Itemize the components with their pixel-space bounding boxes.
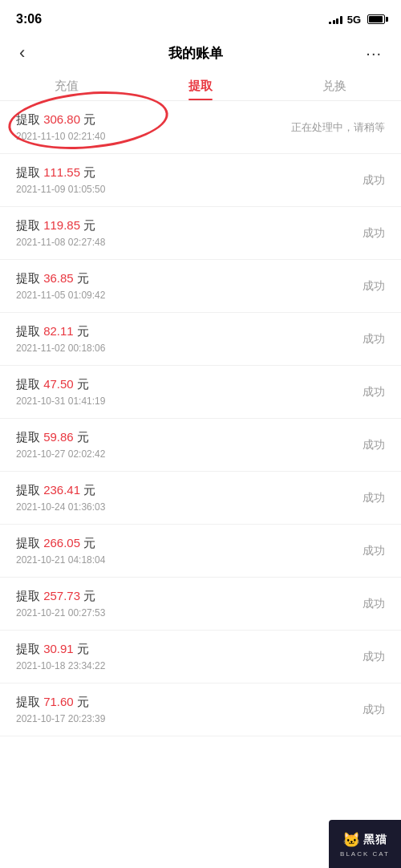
transaction-status: 成功 bbox=[363, 226, 385, 241]
transaction-status: 成功 bbox=[363, 703, 385, 717]
transaction-title: 提取 36.85 元 bbox=[16, 271, 105, 286]
transaction-left: 提取 111.55 元2021-11-09 01:05:50 bbox=[16, 165, 105, 195]
transaction-status: 成功 bbox=[363, 279, 385, 294]
transaction-status: 成功 bbox=[363, 385, 385, 400]
signal-icon bbox=[329, 14, 342, 24]
transaction-left: 提取 71.60 元2021-10-17 20:23:39 bbox=[16, 695, 105, 724]
status-icons: 5G bbox=[329, 14, 385, 26]
transaction-status: 成功 bbox=[363, 332, 385, 347]
transaction-date: 2021-11-05 01:09:42 bbox=[16, 290, 105, 301]
cat-icon: 🐱 bbox=[342, 831, 360, 849]
black-cat-watermark: 🐱 黑猫 BLACK CAT bbox=[329, 820, 401, 868]
transaction-status: 成功 bbox=[363, 438, 385, 452]
transaction-left: 提取 59.86 元2021-10-27 02:02:42 bbox=[16, 430, 105, 460]
transaction-status: 成功 bbox=[363, 650, 385, 664]
transaction-item[interactable]: 提取 111.55 元2021-11-09 01:05:50成功 bbox=[0, 154, 401, 207]
transaction-left: 提取 266.05 元2021-10-21 04:18:04 bbox=[16, 536, 105, 566]
transaction-left: 提取 47.50 元2021-10-31 01:41:19 bbox=[16, 377, 105, 407]
transaction-date: 2021-11-08 02:27:48 bbox=[16, 237, 105, 248]
tab-recharge[interactable]: 充值 bbox=[0, 71, 134, 100]
black-cat-chinese: 黑猫 bbox=[363, 833, 387, 847]
status-time: 3:06 bbox=[16, 12, 42, 26]
transaction-date: 2021-10-21 04:18:04 bbox=[16, 554, 105, 566]
transaction-title: 提取 111.55 元 bbox=[16, 165, 105, 180]
transaction-item[interactable]: 提取 236.41 元2021-10-24 01:36:03成功 bbox=[0, 472, 401, 525]
transaction-item[interactable]: 提取 30.91 元2021-10-18 23:34:22成功 bbox=[0, 631, 401, 683]
transaction-list: 提取 306.80 元2021-11-10 02:21:40正在处理中，请稍等提… bbox=[0, 101, 401, 736]
back-button[interactable]: ‹ bbox=[13, 39, 31, 67]
transaction-left: 提取 236.41 元2021-10-24 01:36:03 bbox=[16, 483, 105, 513]
transaction-status: 成功 bbox=[363, 597, 385, 611]
transaction-date: 2021-11-10 02:21:40 bbox=[16, 131, 105, 142]
transaction-title: 提取 47.50 元 bbox=[16, 377, 105, 392]
transaction-left: 提取 82.11 元2021-11-02 00:18:06 bbox=[16, 324, 105, 354]
transaction-title: 提取 30.91 元 bbox=[16, 642, 105, 657]
transaction-title: 提取 266.05 元 bbox=[16, 536, 105, 551]
transaction-left: 提取 30.91 元2021-10-18 23:34:22 bbox=[16, 642, 105, 671]
transaction-title: 提取 119.85 元 bbox=[16, 218, 105, 233]
transaction-date: 2021-10-27 02:02:42 bbox=[16, 448, 105, 460]
nav-bar: ‹ 我的账单 ··· bbox=[0, 35, 401, 71]
battery-icon bbox=[367, 14, 385, 24]
tab-bar: 充值 提取 兑换 bbox=[0, 71, 401, 101]
transaction-date: 2021-10-21 00:27:53 bbox=[16, 607, 105, 619]
transaction-status: 成功 bbox=[363, 173, 385, 188]
transaction-status: 正在处理中，请稍等 bbox=[291, 120, 385, 135]
page-title: 我的账单 bbox=[168, 44, 223, 63]
black-cat-logo: 🐱 黑猫 bbox=[342, 831, 387, 849]
tab-exchange[interactable]: 兑换 bbox=[267, 71, 401, 100]
transaction-item[interactable]: 提取 36.85 元2021-11-05 01:09:42成功 bbox=[0, 260, 401, 313]
transaction-date: 2021-10-31 01:41:19 bbox=[16, 395, 105, 407]
transaction-date: 2021-10-17 20:23:39 bbox=[16, 713, 105, 724]
transaction-item[interactable]: 提取 119.85 元2021-11-08 02:27:48成功 bbox=[0, 207, 401, 260]
transaction-item[interactable]: 提取 257.73 元2021-10-21 00:27:53成功 bbox=[0, 578, 401, 631]
more-button[interactable]: ··· bbox=[359, 41, 388, 66]
transaction-title: 提取 71.60 元 bbox=[16, 695, 105, 710]
transaction-title: 提取 236.41 元 bbox=[16, 483, 105, 498]
transaction-title: 提取 257.73 元 bbox=[16, 589, 105, 604]
transaction-date: 2021-10-24 01:36:03 bbox=[16, 501, 105, 513]
transaction-title: 提取 306.80 元 bbox=[16, 112, 105, 128]
transaction-item[interactable]: 提取 47.50 元2021-10-31 01:41:19成功 bbox=[0, 366, 401, 419]
status-bar: 3:06 5G bbox=[0, 0, 401, 35]
transaction-item[interactable]: 提取 59.86 元2021-10-27 02:02:42成功 bbox=[0, 419, 401, 472]
transaction-date: 2021-11-09 01:05:50 bbox=[16, 184, 105, 195]
transaction-left: 提取 257.73 元2021-10-21 00:27:53 bbox=[16, 589, 105, 619]
transaction-left: 提取 306.80 元2021-11-10 02:21:40 bbox=[16, 112, 105, 142]
tab-withdraw[interactable]: 提取 bbox=[134, 71, 268, 100]
transaction-item[interactable]: 提取 266.05 元2021-10-21 04:18:04成功 bbox=[0, 525, 401, 578]
transaction-date: 2021-11-02 00:18:06 bbox=[16, 343, 105, 354]
transaction-date: 2021-10-18 23:34:22 bbox=[16, 660, 105, 671]
transaction-status: 成功 bbox=[363, 544, 385, 558]
transaction-item[interactable]: 提取 71.60 元2021-10-17 20:23:39成功 bbox=[0, 683, 401, 736]
transaction-left: 提取 119.85 元2021-11-08 02:27:48 bbox=[16, 218, 105, 248]
transaction-title: 提取 82.11 元 bbox=[16, 324, 105, 339]
transaction-title: 提取 59.86 元 bbox=[16, 430, 105, 445]
transaction-left: 提取 36.85 元2021-11-05 01:09:42 bbox=[16, 271, 105, 301]
transaction-status: 成功 bbox=[363, 491, 385, 505]
transaction-item[interactable]: 提取 306.80 元2021-11-10 02:21:40正在处理中，请稍等 bbox=[0, 101, 401, 154]
network-type: 5G bbox=[347, 14, 361, 26]
black-cat-english: BLACK CAT bbox=[340, 850, 390, 858]
transaction-item[interactable]: 提取 82.11 元2021-11-02 00:18:06成功 bbox=[0, 313, 401, 366]
